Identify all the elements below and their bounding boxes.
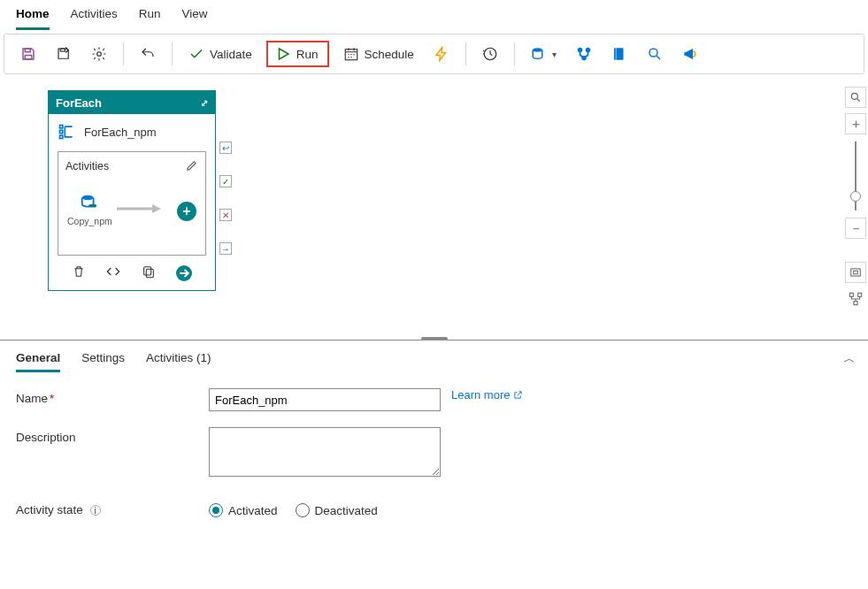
svg-rect-25: [854, 271, 858, 274]
delete-button[interactable]: [72, 264, 86, 281]
gear-icon: [91, 46, 107, 62]
name-field-row: Name* Learn more: [16, 388, 852, 411]
view-code-button[interactable]: [106, 264, 120, 281]
code-icon: [106, 264, 120, 279]
learn-more-link[interactable]: Learn more: [451, 388, 523, 402]
foreach-activity-card[interactable]: ForEach ⤢ ForEach_npm Activities Copy_np…: [48, 90, 216, 291]
calendar-icon: [343, 46, 359, 62]
schedule-button[interactable]: Schedule: [338, 42, 419, 65]
settings-gear-button[interactable]: [86, 42, 112, 65]
plus-icon: +: [182, 203, 190, 219]
search-icon: [647, 46, 663, 62]
status-skip-handle[interactable]: ↩: [219, 142, 232, 154]
edit-activities-button[interactable]: [186, 159, 198, 174]
expand-icon[interactable]: ⤢: [201, 98, 208, 108]
foreach-icon: [58, 123, 75, 141]
fit-icon: [849, 266, 862, 279]
svg-rect-15: [60, 130, 63, 133]
history-button[interactable]: [477, 42, 503, 65]
trigger-button[interactable]: [428, 42, 455, 65]
radio-activated[interactable]: Activated: [209, 503, 278, 517]
svg-rect-27: [858, 293, 862, 296]
announce-button[interactable]: [677, 42, 703, 65]
undo-button[interactable]: [134, 42, 161, 65]
zoom-slider-knob[interactable]: [850, 191, 861, 202]
svg-rect-2: [60, 49, 65, 51]
lightning-icon: [434, 46, 449, 62]
run-button[interactable]: Run: [266, 41, 329, 67]
top-tabs: Home Activities Run View: [0, 0, 868, 30]
activity-state-text: Activity state: [16, 503, 83, 516]
layout-icon: [849, 292, 863, 306]
svg-point-3: [97, 52, 102, 57]
properties-panel: General Settings Activities (1) ︿ Name* …: [0, 340, 868, 528]
collapse-panel-button[interactable]: ︿: [843, 351, 856, 367]
card-actions: [49, 264, 215, 290]
save-button[interactable]: [15, 42, 42, 65]
search-icon: [849, 91, 862, 103]
copy-activity[interactable]: Copy_npm: [67, 193, 112, 226]
description-input[interactable]: [209, 427, 441, 477]
panel-tab-general[interactable]: General: [16, 351, 60, 372]
description-field-row: Description: [16, 427, 852, 477]
svg-rect-21: [143, 267, 150, 275]
tab-activities[interactable]: Activities: [71, 7, 118, 30]
radio-deactivated-label: Deactivated: [315, 504, 378, 517]
activities-inner-box[interactable]: Activities Copy_npm +: [58, 151, 206, 256]
toolbar-separator: [514, 42, 515, 65]
activity-state-row: Activity state i Activated Deactivated: [16, 500, 852, 517]
notebook-button[interactable]: [606, 42, 633, 65]
fit-screen-button[interactable]: [845, 262, 866, 283]
name-label-text: Name: [16, 392, 48, 405]
svg-point-17: [82, 195, 94, 201]
radio-dot-icon: [209, 503, 223, 517]
save-as-button[interactable]: [50, 42, 77, 65]
source-control-button[interactable]: [571, 42, 597, 65]
panel-tab-activities[interactable]: Activities (1): [146, 351, 211, 372]
info-icon[interactable]: i: [90, 505, 101, 516]
description-label: Description: [16, 427, 209, 444]
foreach-name-label: ForEach_npm: [84, 126, 157, 139]
history-icon: [482, 46, 498, 62]
status-success-handle[interactable]: ✓: [219, 175, 232, 187]
validate-label: Validate: [210, 48, 252, 61]
svg-rect-28: [854, 302, 857, 305]
zoom-slider[interactable]: [855, 142, 856, 210]
pipeline-canvas[interactable]: ForEach ⤢ ForEach_npm Activities Copy_np…: [0, 81, 868, 340]
svg-rect-16: [60, 135, 63, 138]
go-button[interactable]: [176, 265, 192, 281]
play-icon: [275, 46, 291, 62]
toolbar-separator: [465, 42, 466, 65]
zoom-out-button[interactable]: －: [845, 218, 866, 239]
status-completion-handle[interactable]: →: [219, 242, 232, 255]
canvas-search-button[interactable]: [845, 87, 866, 108]
name-input[interactable]: [209, 388, 441, 411]
svg-rect-22: [146, 269, 153, 277]
svg-rect-12: [615, 48, 617, 60]
copy-icon: [142, 264, 156, 279]
book-icon: [611, 46, 627, 62]
add-activity-button[interactable]: +: [177, 202, 196, 221]
svg-point-18: [88, 204, 96, 208]
validate-button[interactable]: Validate: [183, 42, 257, 65]
tab-view[interactable]: View: [182, 7, 208, 30]
undo-icon: [140, 46, 156, 62]
required-asterisk: *: [50, 392, 54, 405]
clone-button[interactable]: [142, 264, 156, 281]
status-fail-handle[interactable]: ✕: [219, 209, 232, 221]
tab-run[interactable]: Run: [139, 7, 161, 30]
layout-button[interactable]: [845, 288, 866, 310]
tab-home[interactable]: Home: [16, 7, 50, 30]
external-link-icon: [513, 390, 523, 400]
radio-activated-label: Activated: [228, 504, 278, 517]
zoom-in-button[interactable]: ＋: [845, 113, 866, 134]
megaphone-icon: [682, 46, 698, 62]
radio-deactivated[interactable]: Deactivated: [296, 503, 378, 517]
activity-status-handles: ↩ ✓ ✕ →: [219, 142, 232, 255]
arrow-right-icon: [177, 266, 191, 280]
copy-data-icon: [80, 193, 99, 212]
data-button[interactable]: ▾: [526, 42, 562, 65]
search-toolbar-button[interactable]: [641, 42, 668, 65]
pencil-icon: [186, 159, 198, 172]
panel-tab-settings[interactable]: Settings: [81, 351, 125, 372]
